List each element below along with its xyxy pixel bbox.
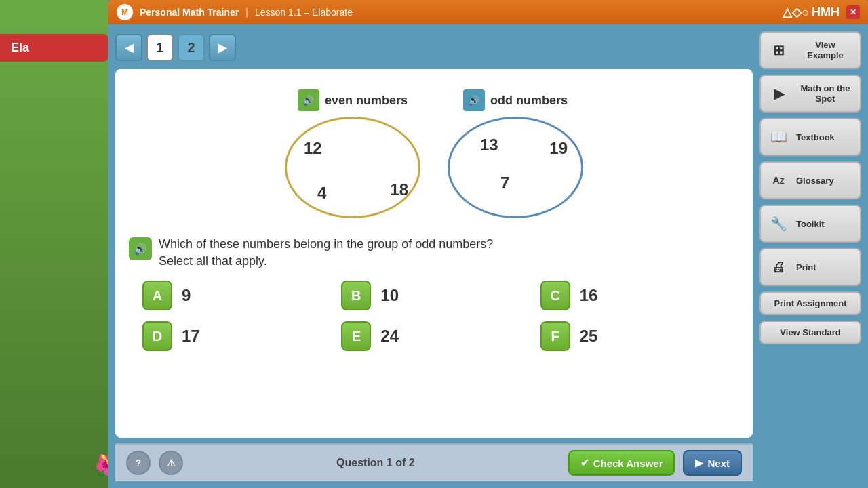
answer-value-c: 16 bbox=[580, 286, 598, 305]
number-groups: 🔊 even numbers 12 18 4 🔊 odd bbox=[129, 83, 739, 225]
textbook-icon: 📖 bbox=[766, 125, 791, 149]
answer-option-f[interactable]: F 25 bbox=[540, 321, 726, 351]
help-button[interactable]: ? bbox=[126, 451, 151, 475]
question-sub-text: Select all that apply. bbox=[159, 253, 493, 270]
answer-option-e[interactable]: E 24 bbox=[341, 321, 526, 351]
right-sidebar: ⊞ View Example ▶ Math on the Spot 📖 Text… bbox=[753, 31, 861, 481]
title-separator: | bbox=[245, 7, 248, 18]
answer-badge-e: E bbox=[341, 321, 371, 351]
question-main-text: Which of these numbers belong in the gro… bbox=[159, 236, 493, 253]
odd-num-7: 7 bbox=[500, 174, 509, 192]
odd-num-13: 13 bbox=[480, 136, 498, 155]
warning-button[interactable]: ⚠ bbox=[159, 451, 183, 475]
even-num-4: 4 bbox=[317, 184, 326, 203]
view-example-button[interactable]: ⊞ View Example bbox=[760, 31, 861, 69]
math-on-spot-icon: ▶ bbox=[766, 81, 791, 106]
app-title: Personal Math Trainer bbox=[140, 7, 239, 18]
title-bar: M Personal Math Trainer | Lesson 1.1 – E… bbox=[108, 0, 868, 24]
hmh-title-logo: △◇○ HMH bbox=[783, 5, 840, 20]
answer-value-b: 10 bbox=[380, 286, 399, 305]
odd-label: 🔊 odd numbers bbox=[463, 89, 568, 111]
bottom-bar: ? ⚠ Question 1 of 2 ✔ Check Answer ▶ Nex… bbox=[115, 443, 753, 481]
math-on-spot-button[interactable]: ▶ Math on the Spot bbox=[760, 75, 861, 113]
nav-page-1[interactable]: 1 bbox=[146, 34, 174, 61]
view-example-icon: ⊞ bbox=[766, 38, 791, 62]
answer-badge-c: C bbox=[540, 281, 570, 310]
even-num-12: 12 bbox=[304, 139, 322, 158]
question-text-block: Which of these numbers belong in the gro… bbox=[159, 236, 493, 270]
question-card: 🔊 even numbers 12 18 4 🔊 odd bbox=[115, 69, 753, 438]
answer-badge-d: D bbox=[142, 321, 172, 351]
answer-option-c[interactable]: C 16 bbox=[540, 281, 726, 310]
next-arrow-icon: ▶ bbox=[695, 457, 703, 469]
nav-forward-button[interactable]: ▶ bbox=[209, 34, 236, 61]
answer-option-d[interactable]: D 17 bbox=[142, 321, 328, 351]
nav-back-button[interactable]: ◀ bbox=[115, 34, 142, 61]
answer-badge-f: F bbox=[540, 321, 570, 351]
close-button[interactable]: ✕ bbox=[846, 5, 860, 19]
question-text-row: 🔊 Which of these numbers belong in the g… bbox=[129, 236, 739, 270]
print-button[interactable]: 🖨 Print bbox=[760, 248, 861, 286]
print-assignment-button[interactable]: Print Assignment bbox=[760, 291, 861, 315]
check-answer-button[interactable]: ✔ Check Answer bbox=[568, 450, 675, 476]
print-icon: 🖨 bbox=[766, 255, 791, 279]
textbook-button[interactable]: 📖 Textbook bbox=[760, 118, 861, 156]
toolkit-icon: 🔧 bbox=[766, 211, 791, 236]
answer-value-e: 24 bbox=[380, 327, 399, 346]
even-ellipse: 12 18 4 bbox=[285, 117, 420, 218]
glossary-icon: AZ bbox=[766, 168, 791, 192]
main-window: M Personal Math Trainer | Lesson 1.1 – E… bbox=[108, 0, 868, 488]
glossary-button[interactable]: AZ Glossary bbox=[760, 161, 861, 199]
answer-value-f: 25 bbox=[580, 327, 598, 346]
question-sound-icon[interactable]: 🔊 bbox=[129, 237, 152, 260]
even-num-18: 18 bbox=[390, 180, 408, 199]
even-sound-icon[interactable]: 🔊 bbox=[298, 89, 319, 111]
odd-num-19: 19 bbox=[549, 139, 568, 158]
lesson-tab: Ela bbox=[0, 34, 108, 62]
app-logo: M bbox=[117, 4, 133, 20]
answer-grid: A 9 B 10 C 16 bbox=[129, 281, 739, 351]
lesson-title: Lesson 1.1 – Elaborate bbox=[255, 7, 353, 18]
left-panel: ◀ 1 2 ▶ 🔊 bbox=[115, 31, 753, 481]
content-area: ◀ 1 2 ▶ 🔊 bbox=[108, 24, 868, 488]
odd-ellipse: 13 19 7 bbox=[448, 117, 583, 218]
even-label: 🔊 even numbers bbox=[298, 89, 408, 111]
answer-option-a[interactable]: A 9 bbox=[142, 281, 328, 310]
odd-group: 🔊 odd numbers 13 19 7 bbox=[448, 89, 583, 218]
answer-option-b[interactable]: B 10 bbox=[341, 281, 526, 310]
view-standard-button[interactable]: View Standard bbox=[760, 321, 861, 344]
nav-page-2[interactable]: 2 bbox=[178, 34, 205, 61]
question-counter: Question 1 of 2 bbox=[191, 457, 560, 469]
even-group: 🔊 even numbers 12 18 4 bbox=[285, 89, 420, 218]
check-icon: ✔ bbox=[580, 457, 589, 469]
answer-badge-a: A bbox=[142, 281, 172, 310]
next-button[interactable]: ▶ Next bbox=[683, 450, 742, 476]
toolkit-button[interactable]: 🔧 Toolkit bbox=[760, 205, 861, 243]
answer-badge-b: B bbox=[341, 281, 371, 310]
nav-bar: ◀ 1 2 ▶ bbox=[115, 31, 753, 64]
answer-value-a: 9 bbox=[182, 286, 191, 305]
answer-value-d: 17 bbox=[182, 327, 200, 346]
odd-sound-icon[interactable]: 🔊 bbox=[463, 89, 485, 111]
